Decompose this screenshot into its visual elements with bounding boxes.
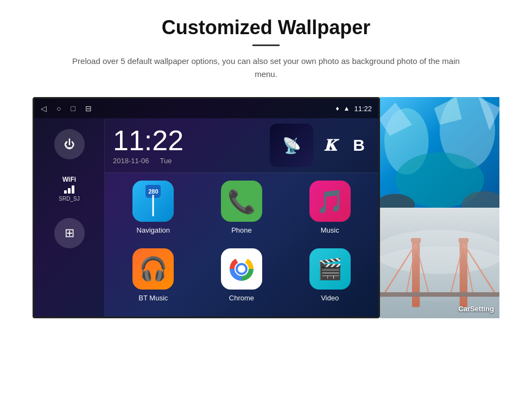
navigation-icon: 280 (132, 181, 174, 222)
clock-day: Tue (160, 157, 172, 165)
chrome-label: Chrome (229, 294, 254, 302)
power-icon: ⏻ (64, 138, 75, 151)
wallpaper-thumb-ice[interactable] (380, 97, 499, 208)
video-symbol: 🎬 (317, 257, 343, 281)
app-item-video[interactable]: 🎬 Video (289, 248, 371, 310)
svg-rect-28 (380, 208, 499, 318)
app-item-phone[interactable]: 📞 Phone (201, 181, 283, 242)
app-item-navigation[interactable]: 280 Navigation (112, 181, 194, 242)
wifi-widget[interactable]: WiFi SRD_SJ (59, 176, 79, 202)
phone-icon: 📞 (221, 181, 262, 222)
video-label: Video (321, 294, 339, 302)
chrome-icon (221, 248, 262, 290)
nav-road (153, 195, 154, 216)
wifi-bars (64, 185, 74, 194)
screenshot-icon[interactable]: ⊟ (85, 104, 92, 113)
title-divider (252, 44, 280, 46)
location-icon: ♦ (335, 105, 339, 112)
music-label: Music (321, 226, 339, 234)
home-icon[interactable]: ○ (56, 104, 61, 113)
k-app-icon[interactable]: 𝐊 (319, 136, 342, 155)
clock-section: 11:22 2018-11-06 Tue 📡 𝐊 B (105, 118, 378, 173)
clock-info: 11:22 2018-11-06 Tue (113, 126, 264, 165)
b-app-icon[interactable]: B (347, 136, 370, 155)
wallpaper-thumb-bridge[interactable]: CarSetting (380, 208, 499, 318)
power-button[interactable]: ⏻ (54, 129, 85, 159)
screen-container: ◁ ○ □ ⊟ ♦ ▲ 11:22 ⏻ WiFi (33, 97, 499, 318)
signal-app-icon[interactable]: 📡 (270, 124, 313, 167)
video-icon: 🎬 (309, 248, 351, 290)
app-item-chrome[interactable]: Chrome (201, 248, 283, 310)
phone-symbol: 📞 (227, 188, 256, 215)
chrome-svg (221, 248, 262, 290)
signal-wifi-icon: 📡 (282, 137, 301, 155)
wifi-bar-3 (72, 185, 74, 194)
wifi-bar-1 (64, 190, 67, 194)
main-content: 11:22 2018-11-06 Tue 📡 𝐊 B (105, 118, 378, 317)
music-icon: 🎵 (309, 181, 351, 222)
status-bar: ◁ ○ □ ⊟ ♦ ▲ 11:22 (34, 99, 378, 118)
nav-icons: ◁ ○ □ ⊟ (41, 104, 92, 113)
app-grid: 280 Navigation 📞 Phone (105, 173, 378, 317)
btmusic-label: BT Music (138, 294, 168, 302)
wifi-status-icon: ▲ (344, 105, 350, 112)
app-item-music[interactable]: 🎵 Music (289, 181, 371, 242)
wallpaper-panel: CarSetting (380, 97, 499, 318)
app-item-btmusic[interactable]: 🎧 BT Music (112, 248, 194, 310)
bridge-svg (380, 208, 499, 318)
recents-icon[interactable]: □ (71, 104, 75, 113)
nav-map-inner: 280 (132, 181, 174, 222)
ice-cave-svg (380, 97, 499, 208)
page-title: Customized Wallpaper (162, 16, 371, 39)
carsetting-label: CarSetting (458, 305, 494, 313)
back-icon[interactable]: ◁ (41, 104, 47, 113)
page-subtitle: Preload over 5 default wallpaper options… (71, 55, 461, 81)
clock-time: 11:22 (113, 126, 264, 155)
status-time: 11:22 (354, 105, 372, 113)
wifi-label: WiFi (62, 176, 76, 183)
apps-button[interactable]: ⊞ (54, 218, 85, 248)
status-right: ♦ ▲ 11:22 (335, 105, 372, 113)
clock-date-row: 2018-11-06 Tue (113, 157, 264, 165)
screen-body: ⏻ WiFi SRD_SJ ⊞ (34, 118, 378, 317)
clock-date: 2018-11-06 (113, 157, 149, 165)
music-symbol: 🎵 (316, 188, 344, 215)
btmusic-icon: 🎧 (132, 248, 174, 290)
navigation-label: Navigation (137, 226, 170, 234)
left-sidebar: ⏻ WiFi SRD_SJ ⊞ (34, 118, 105, 317)
svg-point-3 (238, 265, 245, 273)
wifi-network-name: SRD_SJ (59, 196, 79, 202)
btmusic-symbol: 🎧 (139, 255, 167, 282)
android-screen: ◁ ○ □ ⊟ ♦ ▲ 11:22 ⏻ WiFi (33, 97, 380, 318)
wifi-bar-2 (68, 188, 71, 194)
phone-label: Phone (231, 226, 252, 234)
apps-grid-icon: ⊞ (65, 226, 74, 240)
